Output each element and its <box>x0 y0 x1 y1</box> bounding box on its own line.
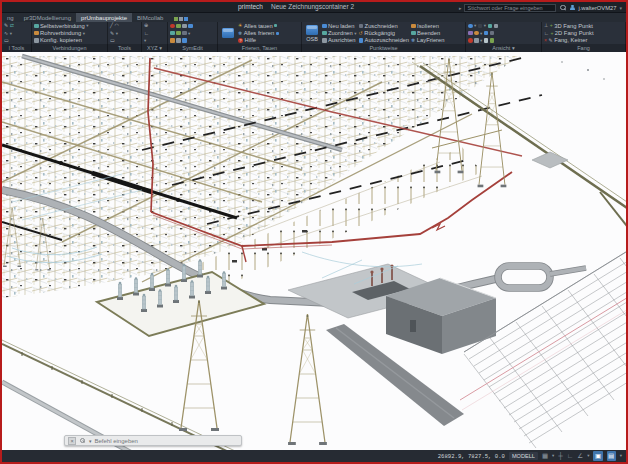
view-light-icon[interactable] <box>484 38 489 43</box>
btn-neu-laden[interactable]: Neu laden <box>322 22 357 29</box>
tab-prumbauprojekte[interactable]: prUmbauprojekte <box>76 13 132 22</box>
pipe-icon <box>34 31 39 36</box>
btn-zuordnen[interactable]: Zuordnen▾ <box>322 30 357 37</box>
move-icon[interactable]: ⊕ <box>144 23 148 28</box>
btn-selbstverbindung[interactable]: Selbstverbindung▾ <box>34 22 105 29</box>
view-orange-icon[interactable] <box>474 31 479 36</box>
btn-isolieren[interactable]: Isolieren <box>411 22 444 29</box>
drawing-area[interactable] <box>2 52 626 450</box>
status-menu-caret-icon[interactable]: ▾ <box>620 451 622 461</box>
grid-gray-icon[interactable] <box>179 17 183 21</box>
btn-hilfe[interactable]: ? Hilfe <box>238 37 279 44</box>
grid-toggle-icon[interactable]: ▦ <box>542 451 548 461</box>
polar-tracking-icon[interactable]: ∠ <box>577 451 583 461</box>
sym-orange-icon[interactable] <box>170 38 175 43</box>
view-sphere-icon[interactable] <box>468 24 473 29</box>
btn-layer-big[interactable] <box>220 28 236 38</box>
copy-config-icon <box>34 38 39 43</box>
view-teal-icon[interactable] <box>488 24 493 29</box>
help-search-input[interactable]: Stichwort oder Frage eingeben <box>464 4 556 12</box>
tab-bimcollab[interactable]: BIMcollab <box>132 13 168 22</box>
undo-icon: ↺ <box>359 31 363 36</box>
model-viewport[interactable] <box>2 52 626 450</box>
command-line[interactable]: × ▾ Befehl eingeben <box>64 435 242 446</box>
sym-gray2-icon[interactable] <box>176 38 181 43</box>
tab-partial[interactable]: ng <box>2 13 19 22</box>
btn-layfrieren[interactable]: ❄LayFrieren <box>411 37 444 44</box>
snap-3d-icon: ⊥ <box>544 23 548 28</box>
btn-2d-fang-punkt[interactable]: ∟ + 2D Fang Punkt <box>544 30 623 37</box>
view-red-icon[interactable] <box>468 38 473 43</box>
model-space-button[interactable]: MODELL <box>509 452 538 460</box>
grid-blue-icon[interactable] <box>184 17 188 21</box>
grid-green-icon[interactable] <box>174 17 178 21</box>
angle-icon[interactable]: ∟ <box>144 31 149 36</box>
group-symedit: ▾ SymEdit <box>168 22 218 52</box>
search-icon[interactable] <box>559 4 566 11</box>
user-menu-caret-icon[interactable]: ▾ <box>619 5 622 11</box>
pen-icon[interactable]: ✎ <box>4 23 8 28</box>
wave-icon[interactable]: ∿ <box>4 31 8 36</box>
sym-dark-icon[interactable] <box>182 31 187 36</box>
btn-beenden[interactable]: Beenden <box>411 30 444 37</box>
osnap-active-icon[interactable]: ▣ <box>593 451 602 461</box>
snap-none-icon: × <box>544 38 547 43</box>
caret-icon[interactable]: ▾ <box>144 38 146 43</box>
recent-commands-caret-icon[interactable]: ▾ <box>89 438 92 444</box>
signed-in-user[interactable]: j.walterOVM27 <box>578 5 616 11</box>
btn-osb[interactable]: OSB <box>304 25 320 42</box>
view-dark-icon[interactable] <box>490 31 495 36</box>
btn-konfig-kopieren[interactable]: Konfig. kopieren <box>34 37 105 44</box>
sym-gray-icon[interactable] <box>182 24 187 29</box>
btn-fang-keiner[interactable]: × ✎ Fang, Keiner <box>544 37 623 44</box>
group-frieren-tauen: ☀ Alles tauen ❄ Alles frieren ? Hilfe <box>218 22 302 52</box>
transformer-building[interactable] <box>288 252 496 354</box>
line-icon[interactable]: ╱ <box>110 23 113 28</box>
sym-blue2-icon[interactable] <box>182 38 187 43</box>
quick-tool-icons[interactable] <box>174 17 188 21</box>
customize-wrench-icon[interactable] <box>79 437 86 444</box>
rect2-icon[interactable]: ▭ <box>110 38 115 43</box>
user-avatar-icon[interactable] <box>569 4 575 11</box>
sun-icon: ☀ <box>238 23 242 28</box>
polar-caret-icon[interactable]: ▾ <box>587 451 589 461</box>
tab-pr3dmodellierung[interactable]: pr3DModellierung <box>19 13 76 22</box>
sym-teal-icon[interactable] <box>170 31 175 36</box>
close-icon[interactable]: × <box>68 437 76 445</box>
search-collapse-icon[interactable]: ▸ <box>459 5 462 11</box>
btn-rohrverbindung[interactable]: Rohrverbindung▾ <box>34 30 105 37</box>
cursor-coordinates: 26892.9, 7827.5, 0.0 <box>438 453 505 460</box>
rect-icon[interactable]: ▭ <box>4 38 9 43</box>
btn-alles-frieren[interactable]: ❄ Alles frieren <box>238 30 279 37</box>
caret-icon[interactable]: ▾ <box>116 31 118 36</box>
caret-icon[interactable]: ▾ <box>188 31 190 36</box>
btn-zuschneiden[interactable]: Zuschneiden <box>359 22 409 29</box>
sym-blue-icon[interactable] <box>188 24 193 29</box>
view-green-icon[interactable] <box>490 38 495 43</box>
grid-caret-icon[interactable]: ▾ <box>552 451 554 461</box>
btn-alles-tauen[interactable]: ☀ Alles tauen <box>238 22 279 29</box>
substation-structure[interactable] <box>2 56 520 298</box>
btn-rueckgaengig[interactable]: ↺Rückgängig <box>359 30 409 37</box>
btn-autozuschneiden[interactable]: Autozuschneiden <box>359 37 409 44</box>
ortho-toggle-icon[interactable]: ∟ <box>567 451 573 461</box>
selection-cycling-icon[interactable]: ▤ <box>607 451 616 461</box>
record-icon[interactable] <box>170 24 175 29</box>
arc-icon[interactable]: ◠ <box>115 23 119 28</box>
snap-toggle-icon[interactable]: ┼ <box>558 451 563 461</box>
view-gray-icon[interactable] <box>494 24 499 29</box>
pen2-icon[interactable]: ✎ <box>110 31 114 36</box>
group-label: XYZ ▾ <box>144 44 165 52</box>
view-blue2-icon[interactable] <box>484 31 489 36</box>
btn-3d-fang-punkt[interactable]: ⊥ + 3D Fang Punkt <box>544 22 623 29</box>
view-gray2-icon[interactable] <box>474 38 479 43</box>
view-purple-icon[interactable] <box>468 31 473 36</box>
caret-icon[interactable]: ▾ <box>10 31 12 36</box>
view-cube-icon[interactable] <box>478 24 483 29</box>
schedule-table[interactable] <box>460 242 626 448</box>
swap-icon[interactable]: ⇄ <box>10 23 14 28</box>
sym-green2-icon[interactable] <box>176 31 181 36</box>
sym-green-icon[interactable] <box>176 24 181 29</box>
btn-ausrichten[interactable]: Ausrichten <box>322 37 357 44</box>
equipment-pad[interactable] <box>532 61 605 168</box>
